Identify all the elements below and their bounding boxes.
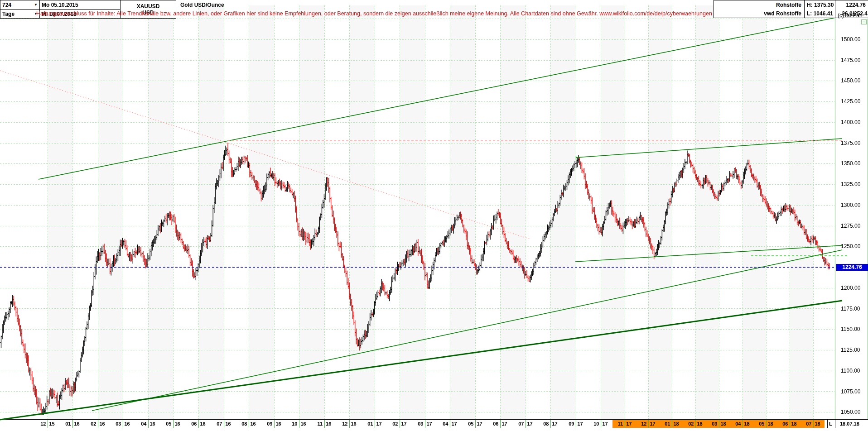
date-axis-label: 0116 [63, 421, 82, 426]
bars-count-dropdown[interactable]: 724 ▼ [0, 0, 40, 10]
disclaimer-text: Haftungsausschluss für Inhalte: Alle Tre… [36, 10, 712, 17]
date-axis-label: 0118 [662, 421, 682, 426]
price-axis-label: 1350.00 [841, 160, 860, 167]
price-axis-label: 1250.00 [841, 243, 860, 249]
date-axis-label: 0917 [566, 421, 586, 426]
data-provider: vwd Rohstoffe [714, 9, 804, 18]
date-year: 18 [791, 421, 797, 426]
date-year: 17 [502, 421, 507, 426]
date-year: 16 [125, 421, 130, 426]
date-axis-label: 0517 [465, 421, 485, 426]
date-month: 05 [468, 421, 473, 426]
date-month: 02 [688, 421, 694, 426]
date-month: 01 [367, 421, 373, 426]
period-value: Tage [2, 11, 14, 17]
date-year: 18 [697, 421, 703, 426]
price-chart-canvas[interactable] [0, 0, 868, 431]
date-month: 05 [166, 421, 171, 426]
price-axis-label: 1500.00 [841, 36, 860, 43]
date-axis-label: 1117 [615, 421, 635, 426]
date-month: 08 [241, 421, 247, 426]
price-axis-label: 1275.00 [841, 223, 860, 229]
date-axis-label: 0717 [516, 421, 535, 426]
date-month: 02 [392, 421, 398, 426]
date-axis-label: 0516 [163, 421, 183, 426]
date-axis-label: 0218 [685, 421, 705, 426]
date-year: 18 [815, 421, 820, 426]
date-year: 18 [674, 421, 679, 426]
date-year: 17 [452, 421, 457, 426]
price-axis-label: 1125.00 [841, 347, 860, 353]
date-month: 01 [65, 421, 71, 426]
chevron-down-icon[interactable]: ▼ [32, 3, 38, 7]
date-month: 03 [712, 421, 717, 426]
date-axis-label: 0416 [138, 421, 158, 426]
period-low: L: 1046.41 [804, 9, 835, 18]
date-month: 01 [665, 421, 670, 426]
date-axis-label: 1116 [314, 421, 334, 426]
date-axis-label: 0616 [188, 421, 208, 426]
date-year: 16 [226, 421, 231, 426]
date-axis-label: 0617 [490, 421, 510, 426]
date-month: 07 [217, 421, 222, 426]
axis-end-date: 18.07.18 [840, 421, 859, 426]
date-year: 18 [768, 421, 773, 426]
date-month: 10 [593, 421, 599, 426]
date-month: 12 [40, 421, 46, 426]
date-axis-label: 0618 [780, 421, 800, 426]
date-month: 03 [116, 421, 121, 426]
date-year: 17 [527, 421, 533, 426]
date-year: 16 [150, 421, 155, 426]
axis-low-marker: L [829, 421, 832, 426]
date-axis-label: 0518 [756, 421, 776, 426]
date-year: 18 [744, 421, 750, 426]
period-dropdown[interactable]: Tage ▼ [0, 9, 40, 19]
date-month: 12 [641, 421, 646, 426]
date-month: 03 [418, 421, 423, 426]
last-price-header: 1224.76 [835, 0, 868, 9]
date-year: 16 [276, 421, 281, 426]
date-month: 02 [91, 421, 96, 426]
date-axis-label: 0916 [264, 421, 284, 426]
date-month: 10 [292, 421, 297, 426]
date-axis-label: 0417 [440, 421, 460, 426]
date-year: 17 [552, 421, 558, 426]
instrument-group: Rohstoffe [714, 0, 804, 9]
period-high: H: 1375.30 [804, 0, 835, 9]
date-axis-label: 0117 [365, 421, 385, 426]
date-month: 12 [342, 421, 347, 426]
date-month: 07 [806, 421, 811, 426]
date-axis-label: 0418 [733, 421, 752, 426]
date-axis-label: 1217 [638, 421, 658, 426]
date-axis-label: 0318 [709, 421, 729, 426]
date-year: 16 [301, 421, 306, 426]
date-month: 06 [782, 421, 788, 426]
date-axis-label: 1016 [289, 421, 309, 426]
start-date: Mo 05.10.2015 [42, 2, 78, 8]
date-axis-label: 0316 [113, 421, 133, 426]
date-year: 17 [401, 421, 407, 426]
date-month: 04 [141, 421, 146, 426]
start-date-cell[interactable]: Mo 05.10.2015 [39, 0, 121, 10]
date-year: 17 [626, 421, 632, 426]
date-month: 06 [191, 421, 197, 426]
minimize-icon[interactable]: − [861, 19, 867, 24]
date-year: 17 [578, 421, 583, 426]
last-price-tag: 1224.76 [836, 264, 868, 271]
price-axis-label: 1300.00 [841, 202, 860, 208]
date-month: 09 [267, 421, 272, 426]
price-axis-label: 1450.00 [841, 77, 860, 84]
date-year: 16 [200, 421, 206, 426]
date-month: 04 [443, 421, 448, 426]
price-axis-label: 1475.00 [841, 57, 860, 63]
date-year: 16 [74, 421, 80, 426]
date-month: 06 [493, 421, 498, 426]
bars-count-value: 724 [2, 2, 11, 8]
date-year: 18 [721, 421, 726, 426]
instrument-name: Gold USD/Ounce [178, 1, 226, 9]
price-axis-label: 1200.00 [841, 285, 860, 291]
price-axis-label: 1400.00 [841, 119, 860, 125]
date-month: 09 [569, 421, 574, 426]
date-year: 17 [427, 421, 432, 426]
date-axis-label: 1215 [38, 421, 58, 426]
